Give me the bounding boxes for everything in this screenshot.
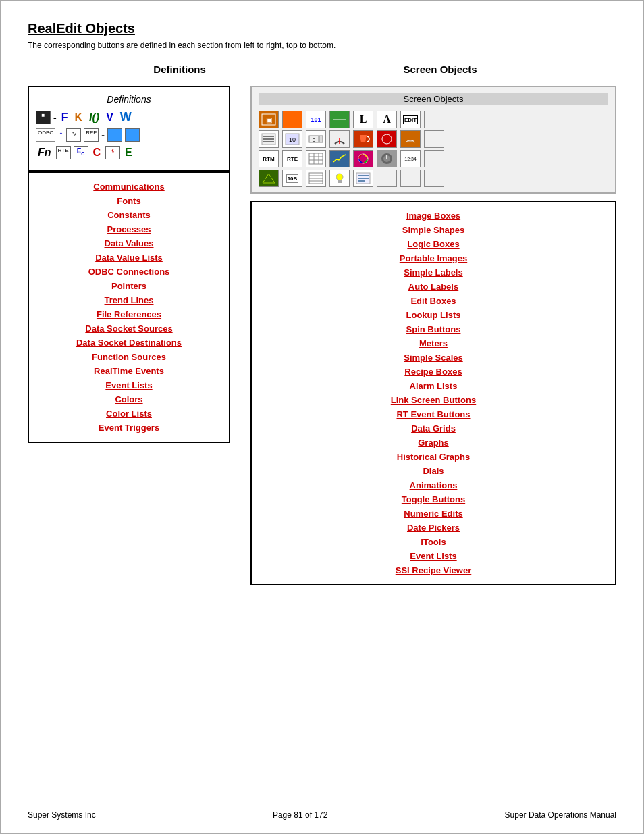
so-icon-rtm: RTM (259, 150, 279, 167)
link-itools[interactable]: iTools (262, 535, 605, 549)
link-colors[interactable]: Colors (39, 392, 219, 407)
link-event-lists-def[interactable]: Event Lists (39, 378, 219, 392)
link-numeric-edits[interactable]: Numeric Edits (262, 506, 605, 521)
so-icon-graph (329, 150, 350, 167)
def-arrow-up: ↑ (58, 129, 63, 141)
link-constants[interactable]: Constants (39, 208, 219, 222)
svg-point-33 (336, 174, 343, 180)
footer-left: Super Systems Inc (28, 810, 96, 820)
so-icon-dial (377, 150, 397, 167)
screen-objects-icon-grid: ▣ 101 L A (259, 111, 608, 187)
def-icon-odbc: ODBC (36, 128, 55, 142)
svg-text:0: 0 (313, 137, 316, 143)
so-icon-blank1 (424, 111, 444, 128)
link-meters[interactable]: Meters (262, 336, 605, 350)
def-icon-wave: ∿ (66, 128, 81, 142)
def-letter-Fn: Fn (36, 147, 53, 159)
def-icon-rte: RTE (56, 146, 71, 159)
link-data-socket-destinations[interactable]: Data Socket Destinations (39, 336, 219, 350)
link-spin-buttons[interactable]: Spin Buttons (262, 322, 605, 336)
link-data-values[interactable]: Data Values (39, 236, 219, 251)
link-edit-boxes[interactable]: Edit Boxes (262, 294, 605, 308)
def-letter-E: E (123, 147, 134, 159)
link-pointers[interactable]: Pointers (39, 279, 219, 293)
link-color-lists[interactable]: Color Lists (39, 407, 219, 421)
svg-rect-17 (309, 153, 323, 164)
so-icon-spin: 0 (306, 130, 326, 148)
so-icon-1: ▣ (259, 111, 279, 128)
def-icon-row-2: ODBC ↑ ∿ REF - (36, 128, 222, 142)
so-icon-3: 101 (306, 111, 326, 128)
def-dash: - (53, 112, 57, 123)
def-letter-W: W (118, 110, 134, 124)
def-letter-K: K (72, 111, 84, 124)
so-icon-10b: 10B (282, 170, 302, 187)
so-icon-circle-red (377, 130, 397, 148)
link-data-grids[interactable]: Data Grids (262, 421, 605, 436)
svg-marker-13 (319, 136, 323, 142)
link-event-lists-so[interactable]: Event Lists (262, 549, 605, 563)
so-icon-L: L (353, 111, 373, 128)
link-odbc-connections[interactable]: ODBC Connections (39, 265, 219, 279)
left-col-header: Definitions (153, 63, 206, 75)
link-auto-labels[interactable]: Auto Labels (262, 280, 605, 294)
def-icon-blue1 (107, 128, 122, 142)
so-icon-bulb (329, 170, 350, 187)
right-col-header: Screen Objects (403, 63, 477, 75)
definitions-box-title: Definitions (36, 94, 222, 105)
link-portable-images[interactable]: Portable Images (262, 251, 605, 265)
link-animations[interactable]: Animations (262, 478, 605, 492)
link-date-pickers[interactable]: Date Pickers (262, 521, 605, 535)
link-graphs[interactable]: Graphs (262, 436, 605, 450)
link-simple-labels[interactable]: Simple Labels (262, 265, 605, 280)
screen-objects-panel-title: Screen Objects (259, 93, 608, 105)
so-icon-triangle (259, 170, 279, 187)
link-alarm-lists[interactable]: Alarm Lists (262, 379, 605, 393)
screen-objects-links-list: Image Boxes Simple Shapes Logic Boxes Po… (250, 201, 616, 585)
link-recipe-boxes[interactable]: Recipe Boxes (262, 365, 605, 379)
def-icon-Ec: EC (74, 146, 88, 159)
link-realtime-events[interactable]: RealTime Events (39, 364, 219, 378)
so-icon-numbers: 12:34 (400, 150, 421, 167)
so-icon-grid: 10 (282, 130, 302, 148)
link-simple-shapes[interactable]: Simple Shapes (262, 223, 605, 237)
so-icon-list (259, 130, 279, 148)
link-communications[interactable]: Communications (39, 180, 219, 194)
main-content: Definitions ■ - F K I() V W ODBC ↑ ∿ REF (28, 86, 616, 585)
page-title: RealEdit Objects (28, 21, 616, 36)
link-function-sources[interactable]: Function Sources (39, 350, 219, 364)
link-image-boxes[interactable]: Image Boxes (262, 209, 605, 223)
def-letter-V: V (104, 111, 115, 124)
def-letter-I: I() (87, 111, 101, 124)
link-rt-event-buttons[interactable]: RT Event Buttons (262, 407, 605, 421)
so-icon-colorwheel (353, 150, 373, 167)
footer-center: Page 81 of 172 (273, 810, 327, 820)
page: RealEdit Objects The corresponding butto… (0, 0, 644, 834)
def-icon-black-square: ■ (36, 111, 51, 124)
screen-objects-panel: Screen Objects ▣ 101 (250, 86, 616, 194)
def-icon-cc: Ꞓ (105, 146, 120, 159)
footer-right: Super Data Operations Manual (505, 810, 616, 820)
link-fonts[interactable]: Fonts (39, 194, 219, 208)
link-data-socket-sources[interactable]: Data Socket Sources (39, 321, 219, 336)
link-trend-lines[interactable]: Trend Lines (39, 293, 219, 307)
link-event-triggers[interactable]: Event Triggers (39, 421, 219, 435)
svg-rect-34 (338, 180, 342, 183)
link-simple-scales[interactable]: Simple Scales (262, 350, 605, 365)
so-icon-blank2 (424, 130, 444, 148)
link-toggle-buttons[interactable]: Toggle Buttons (262, 492, 605, 506)
link-logic-boxes[interactable]: Logic Boxes (262, 237, 605, 251)
definitions-box: Definitions ■ - F K I() V W ODBC ↑ ∿ REF (28, 86, 230, 172)
link-lookup-lists[interactable]: Lookup Lists (262, 308, 605, 322)
so-icon-table (306, 150, 326, 167)
link-processes[interactable]: Processes (39, 222, 219, 236)
so-icon-blank5 (400, 170, 421, 187)
link-historical-graphs[interactable]: Historical Graphs (262, 450, 605, 464)
link-ssi-recipe-viewer[interactable]: SSI Recipe Viewer (262, 563, 605, 577)
link-link-screen-buttons[interactable]: Link Screen Buttons (262, 393, 605, 407)
link-file-references[interactable]: File References (39, 307, 219, 321)
svg-text:▣: ▣ (266, 116, 272, 124)
def-letter-F: F (59, 111, 70, 124)
link-data-value-lists[interactable]: Data Value Lists (39, 251, 219, 265)
link-dials[interactable]: Dials (262, 464, 605, 478)
